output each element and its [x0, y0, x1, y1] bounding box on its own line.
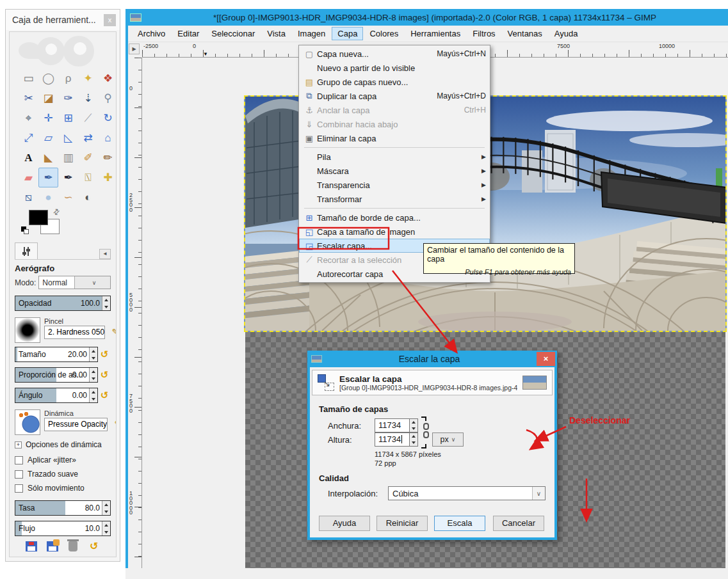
menu-ayuda[interactable]: Ayuda	[549, 27, 584, 40]
menu-item[interactable]: ⧉Duplicar la capaMayús+Ctrl+D	[299, 89, 490, 103]
angulo-slider[interactable]: Ángulo0.00	[15, 388, 98, 403]
dodge-burn-tool-icon[interactable]: ◐	[78, 187, 98, 207]
clone-tool-icon[interactable]: ⍂	[78, 168, 98, 187]
ruler-corner-button[interactable]: ▶	[129, 44, 140, 54]
spinner-buttons[interactable]	[89, 388, 97, 402]
menu-item[interactable]: Máscara▶	[299, 164, 490, 178]
menu-item[interactable]: Nuevo a partir de lo visible	[299, 61, 490, 75]
scale-tool-icon[interactable]: ⤢	[19, 128, 38, 148]
opacidad-slider[interactable]: Opacidad100.0	[15, 296, 111, 311]
menu-editar[interactable]: Editar	[172, 27, 205, 40]
select-by-color-tool-icon[interactable]: ❖	[98, 68, 117, 88]
menu-item[interactable]: ▣Eliminar la capa	[299, 131, 490, 145]
height-spinner[interactable]	[410, 432, 418, 447]
menu-herramientas[interactable]: Herramientas	[405, 27, 466, 40]
tamano-slider[interactable]: Tamaño20.00	[15, 347, 98, 362]
flujo-slider[interactable]: Flujo10.0	[15, 521, 111, 536]
help-button[interactable]: Ayuda	[319, 516, 370, 531]
airbrush-tool-icon[interactable]: ✒	[38, 168, 58, 187]
zoom-tool-icon[interactable]: ⚲	[98, 88, 117, 108]
dialog-close-icon[interactable]: ×	[537, 352, 555, 366]
proporcion-slider[interactable]: Proporción de as...0.00	[15, 367, 98, 383]
menu-capa[interactable]: Capa	[332, 27, 363, 40]
bucket-fill-tool-icon[interactable]: ◣	[38, 148, 58, 168]
scissors-select-tool-icon[interactable]: ✂	[19, 88, 38, 108]
delete-options-icon[interactable]	[69, 541, 77, 551]
toolbox-close-icon[interactable]: x	[104, 14, 116, 26]
fuzzy-select-tool-icon[interactable]: ✦	[78, 68, 98, 88]
spinner-buttons[interactable]	[102, 521, 110, 535]
menu-item[interactable]: ⊞Tamaño de borde de capa...	[299, 210, 490, 225]
spinner-buttons[interactable]	[89, 368, 97, 382]
reset-tamano-icon[interactable]: ↺	[98, 349, 111, 360]
free-select-tool-icon[interactable]: ρ	[58, 68, 78, 88]
menu-imagen[interactable]: Imagen	[292, 27, 331, 40]
reset-proporcion-icon[interactable]: ↺	[98, 369, 111, 381]
edit-brush-icon[interactable]: ✎	[108, 326, 117, 339]
brush-preview[interactable]	[15, 317, 40, 343]
rotate-tool-icon[interactable]: ↻	[98, 108, 117, 128]
checkbox[interactable]	[15, 470, 23, 479]
menu-item[interactable]: ▤Grupo de capas nuevo...	[299, 75, 490, 89]
menu-item[interactable]: Pila▶	[299, 150, 490, 164]
spinner-buttons[interactable]	[102, 296, 110, 310]
tab-tool-options[interactable]	[15, 242, 38, 259]
text-tool-icon[interactable]: A	[19, 148, 38, 168]
pencil-tool-icon[interactable]: ✐	[78, 148, 98, 168]
color-picker-tool-icon[interactable]: ⇣	[78, 88, 98, 108]
unit-dropdown[interactable]: px ∨	[432, 432, 464, 447]
restore-options-icon[interactable]	[47, 541, 58, 551]
checkbox[interactable]	[15, 484, 23, 493]
menu-filtros[interactable]: Filtros	[467, 27, 501, 40]
scale-button[interactable]: Escala	[434, 516, 485, 531]
paintbrush-tool-icon[interactable]: ✏	[98, 148, 117, 168]
menu-item[interactable]: Transformar▶	[299, 192, 490, 206]
rect-select-tool-icon[interactable]: ▭	[19, 68, 38, 88]
window-titlebar[interactable]: *[[Group 0]-IMGP9013-HDR_IMGP9034-HDR-8 …	[125, 9, 728, 26]
brush-name-field[interactable]: 2. Hardness 050	[44, 326, 105, 339]
menu-ventanas[interactable]: Ventanas	[502, 27, 548, 40]
swap-colors-icon[interactable]: ⇄	[51, 206, 62, 217]
foreground-color-swatch[interactable]	[29, 210, 48, 225]
menu-item[interactable]: ▢Capa nueva...Mayús+Ctrl+N	[299, 47, 490, 61]
cancel-button[interactable]: Cancelar	[493, 516, 544, 531]
tasa-slider[interactable]: Tasa80.0	[15, 500, 111, 516]
measure-tool-icon[interactable]: ⌖	[19, 108, 38, 128]
height-input[interactable]: 11734	[375, 432, 410, 447]
dialog-titlebar[interactable]: Escalar la capa ×	[307, 351, 557, 367]
interpolation-dropdown[interactable]: Cúbica ∨	[388, 486, 546, 500]
mode-select[interactable]: Normal ∨	[38, 276, 111, 289]
ellipse-select-tool-icon[interactable]: ◯	[38, 68, 58, 88]
menu-seleccionar[interactable]: Seleccionar	[206, 27, 261, 40]
gradient-tool-icon[interactable]: ▥	[58, 148, 78, 168]
cage-transform-tool-icon[interactable]: ⌂	[98, 128, 117, 148]
dynamics-options-expander[interactable]: + Opciones de dinámica	[15, 440, 111, 449]
perspective-clone-tool-icon[interactable]: ⧅	[19, 187, 38, 207]
reset-options-icon[interactable]: ↺	[88, 541, 100, 551]
width-input[interactable]: 11734	[375, 418, 410, 432]
reset-button[interactable]: Reiniciar	[376, 516, 428, 531]
color-area[interactable]: ⇄	[26, 209, 111, 240]
toolbox-titlebar[interactable]: Caja de herramient... x	[6, 10, 120, 30]
smudge-tool-icon[interactable]: ∽	[58, 187, 78, 207]
menu-item[interactable]: ◱Capa a tamaño de imagen	[299, 225, 490, 239]
spinner-buttons[interactable]	[102, 501, 110, 515]
move-tool-icon[interactable]: ✛	[38, 108, 58, 128]
vertical-ruler[interactable]: 025005000750010000	[128, 58, 142, 568]
paths-tool-icon[interactable]: ✑	[58, 88, 78, 108]
foreground-select-tool-icon[interactable]: ◪	[38, 88, 58, 108]
flip-tool-icon[interactable]: ⇄	[78, 128, 98, 148]
dynamics-name-field[interactable]: Pressure Opacity	[44, 418, 108, 431]
ink-tool-icon[interactable]: ✒	[58, 168, 78, 187]
save-options-icon[interactable]	[26, 541, 37, 551]
edit-dynamics-icon[interactable]: ✎	[110, 418, 117, 431]
crop-tool-icon[interactable]: ⟋	[78, 108, 98, 128]
reset-angulo-icon[interactable]: ↺	[98, 390, 111, 401]
chain-link-icon[interactable]	[423, 425, 430, 439]
menu-colores[interactable]: Colores	[364, 27, 404, 40]
perspective-tool-icon[interactable]: ◺	[58, 128, 78, 148]
menu-vista[interactable]: Vista	[261, 27, 291, 40]
collapse-arrow-icon[interactable]: ◄	[99, 249, 111, 259]
spinner-buttons[interactable]	[89, 347, 97, 361]
menu-item[interactable]: Transparencia▶	[299, 178, 490, 192]
